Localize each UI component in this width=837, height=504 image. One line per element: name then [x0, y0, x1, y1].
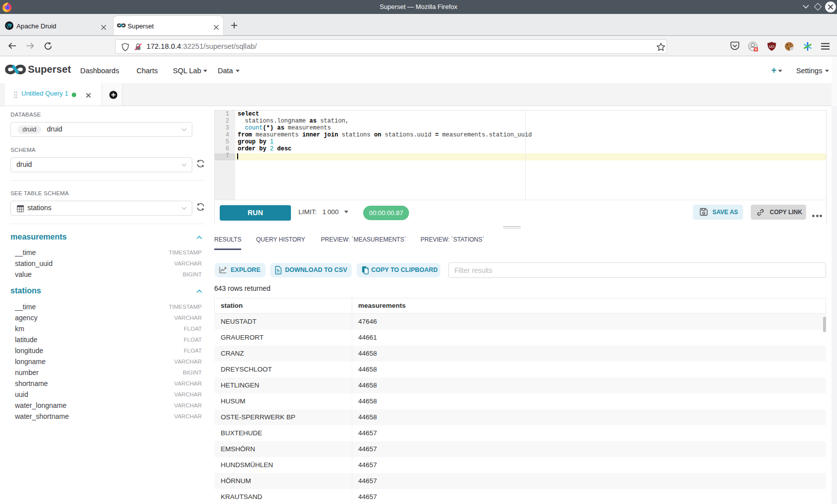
- svg-text:UO: UO: [769, 45, 775, 48]
